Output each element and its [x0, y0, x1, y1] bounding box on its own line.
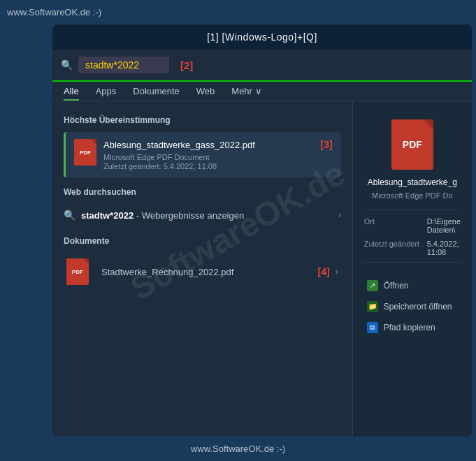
- doc-item[interactable]: Stadtwerke_Rechnung_2022.pdf [4] ›: [64, 253, 341, 291]
- web-section-title: Web durchsuchen: [64, 187, 341, 197]
- path-icon: ⧉: [367, 322, 378, 333]
- rp-divider: [364, 210, 461, 210]
- date-label: Zuletzt geändert:: [103, 162, 161, 170]
- rp-ort-value: D:\Eigene Dateien\: [427, 217, 461, 234]
- doc-filename: Stadtwerke_Rechnung_2022.pdf: [101, 267, 308, 277]
- web-item-details: stadtw*2022 - Webergebnisse anzeigen: [81, 210, 333, 221]
- tab-mehr[interactable]: Mehr ∨: [231, 86, 261, 101]
- rp-meta-ort: Ort D:\Eigene Dateien\: [364, 217, 461, 234]
- watermark-bottom: www.SoftwareOK.de :-): [191, 444, 285, 454]
- rp-date-value: 5.4.2022, 11:08: [427, 240, 461, 256]
- rp-divider-2: [364, 262, 461, 263]
- tab-web[interactable]: Web: [196, 86, 215, 101]
- rp-filename: Ablesung_stadtwerke_g: [368, 177, 457, 189]
- title-bar: [1] [Windows-Logo]+[Q]: [52, 24, 472, 50]
- search-window: [1] [Windows-Logo]+[Q] 🔍 stadtw*2022 [2]…: [52, 24, 472, 437]
- search-icon: 🔍: [61, 59, 73, 71]
- best-match-filetype: Microsoft Edge PDF Document: [103, 153, 317, 161]
- web-section: Web durchsuchen 🔍 stadtw*2022 - Webergeb…: [64, 187, 341, 226]
- action-open[interactable]: ↗ Öffnen: [364, 275, 461, 296]
- action-folder-label: Speicherort öffnen: [384, 302, 452, 312]
- rp-ort-label: Ort: [364, 217, 427, 234]
- docs-section-title: Dokumente: [64, 236, 341, 246]
- action-path[interactable]: ⧉ Pfad kopieren: [364, 317, 461, 338]
- date-value: 5.4.2022, 11:08: [164, 162, 217, 170]
- tab-alle[interactable]: Alle: [64, 86, 79, 101]
- label-3: [3]: [321, 139, 333, 150]
- search-query[interactable]: stadtw*2022: [78, 57, 169, 73]
- action-path-label: Pfad kopieren: [384, 323, 435, 332]
- title-text: [1] [Windows-Logo]+[Q]: [207, 31, 317, 43]
- rp-actions: ↗ Öffnen 📁 Speicherort öffnen ⧉ Pfad kop…: [364, 275, 461, 338]
- docs-section: Dokumente Stadtwerke_Rechnung_2022.pdf […: [64, 236, 341, 291]
- pdf-icon-doc-corner: [83, 258, 89, 264]
- best-match-item[interactable]: Ablesung_stadtwerke_gass_2022.pdf Micros…: [64, 132, 341, 177]
- web-query-sub: - Webergebnisse anzeigen: [136, 210, 244, 221]
- best-match-date: Zuletzt geändert: 5.4.2022, 11:08: [103, 162, 317, 170]
- action-folder[interactable]: 📁 Speicherort öffnen: [364, 296, 461, 317]
- best-match-details: Ablesung_stadtwerke_gass_2022.pdf Micros…: [103, 139, 317, 170]
- label-4: [4]: [318, 266, 330, 277]
- tab-dokumente[interactable]: Dokumente: [133, 86, 179, 101]
- rp-pdf-icon: [391, 119, 433, 170]
- tabs-row: Alle Apps Dokumente Web Mehr ∨: [52, 82, 472, 101]
- rp-meta-date: Zuletzt geändert 5.4.2022, 11:08: [364, 240, 461, 256]
- left-panel: Höchste Übereinstimmung Ablesung_stadtwe…: [52, 101, 353, 437]
- web-query-text: stadtw*2022 - Webergebnisse anzeigen: [81, 210, 333, 221]
- open-icon: ↗: [367, 280, 378, 291]
- search-label-2: [2]: [180, 59, 193, 71]
- best-match-filename: Ablesung_stadtwerke_gass_2022.pdf: [103, 139, 317, 152]
- content-area: Höchste Übereinstimmung Ablesung_stadtwe…: [52, 101, 472, 437]
- action-open-label: Öffnen: [384, 281, 409, 291]
- doc-chevron-icon: ›: [336, 267, 338, 277]
- search-bar: 🔍 stadtw*2022 [2]: [52, 50, 472, 82]
- folder-icon: 📁: [367, 301, 378, 312]
- tab-apps[interactable]: Apps: [96, 86, 117, 101]
- chevron-right-icon: ›: [338, 210, 341, 220]
- right-panel: Ablesung_stadtwerke_g Microsoft Edge PDF…: [353, 101, 472, 437]
- web-search-item[interactable]: 🔍 stadtw*2022 - Webergebnisse anzeigen ›: [64, 204, 341, 226]
- web-query-bold: stadtw*2022: [81, 210, 134, 221]
- best-match-title: Höchste Übereinstimmung: [64, 115, 341, 125]
- web-search-icon: 🔍: [64, 210, 75, 221]
- pdf-icon-best-match: [74, 139, 96, 166]
- watermark-top: www.SoftwareOK.de :-): [7, 7, 101, 17]
- pdf-icon-corner: [91, 139, 96, 145]
- rp-pdf-corner: [424, 119, 433, 129]
- rp-date-label: Zuletzt geändert: [364, 240, 427, 256]
- rp-filetype: Microsoft Edge PDF Do: [372, 191, 453, 200]
- pdf-icon-doc: [66, 258, 89, 285]
